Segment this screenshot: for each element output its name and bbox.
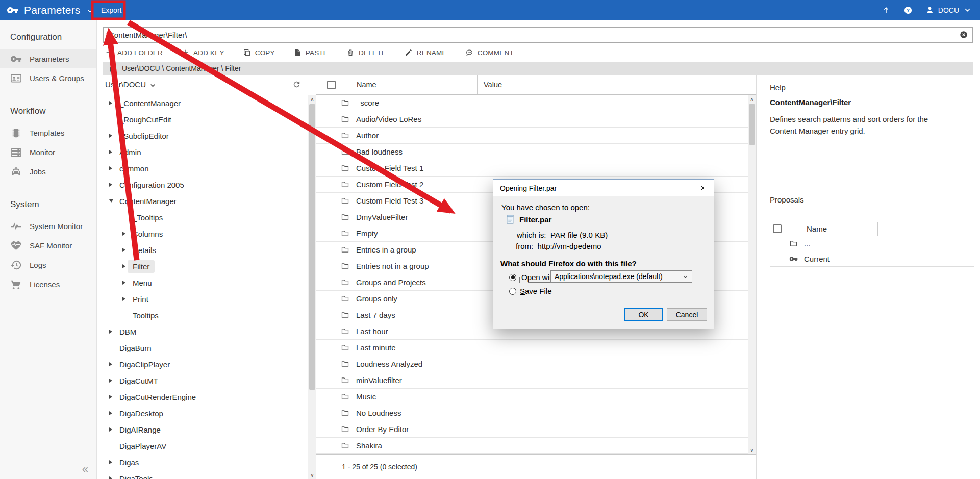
expander-icon[interactable] (109, 111, 119, 128)
expander-icon[interactable] (122, 225, 133, 242)
select-all-checkbox[interactable] (327, 81, 336, 89)
toolbar-button[interactable]: RENAME (405, 48, 447, 57)
tree-item[interactable]: Admin (97, 144, 308, 160)
tree-item[interactable]: DigaCutRenderEngine (97, 389, 308, 405)
export-button[interactable]: Export (98, 6, 124, 15)
help-icon[interactable]: ? (903, 6, 913, 15)
expander-icon[interactable] (109, 470, 119, 479)
table-row[interactable]: Audio/Video LoRes (316, 111, 748, 128)
tree-item[interactable]: DigaTools (97, 470, 308, 479)
table-row[interactable]: _score (316, 95, 748, 111)
open-with-select[interactable]: Applications\notepad.exe (default) (550, 270, 692, 283)
expander-icon[interactable] (122, 291, 133, 307)
tree-item[interactable]: _Tooltips (97, 209, 308, 225)
tree-item[interactable]: DBM (97, 323, 308, 340)
sidebar-item[interactable]: System Monitor (0, 216, 96, 236)
table-scrollbar[interactable] (748, 95, 756, 454)
save-file-radio[interactable] (509, 288, 516, 295)
tree-item[interactable]: ContentManager (97, 193, 308, 209)
save-file-label[interactable]: Save File (520, 287, 552, 295)
upload-icon[interactable] (882, 6, 891, 15)
table-row[interactable]: Custom Field Test 1 (316, 160, 748, 177)
sidebar-collapse-button[interactable] (82, 463, 88, 476)
tree-scope-selector[interactable]: User\DOCU (105, 80, 157, 89)
tree-item[interactable]: Menu (97, 274, 308, 291)
column-header-value[interactable]: Value (477, 75, 582, 94)
sidebar-item[interactable]: Logs (0, 255, 96, 274)
expander-icon[interactable] (109, 340, 119, 356)
expander-icon[interactable] (122, 274, 133, 291)
expander-icon[interactable] (122, 209, 133, 225)
toolbar-button[interactable]: PASTE (293, 48, 328, 57)
table-row[interactable]: Bad loudness (316, 144, 748, 160)
close-icon[interactable] (699, 184, 707, 192)
tree-item[interactable]: Print (97, 291, 308, 307)
sidebar-item[interactable]: Users & Groups (0, 68, 96, 88)
scrollbar-thumb[interactable] (309, 104, 315, 390)
toolbar-button[interactable]: ADD FOLDER (105, 48, 163, 57)
tree-item[interactable]: Tooltips (97, 307, 308, 323)
open-with-radio[interactable] (509, 274, 516, 281)
expander-icon[interactable] (122, 242, 133, 258)
expander-icon[interactable] (109, 405, 119, 421)
proposal-row[interactable]: ... (770, 236, 974, 251)
toolbar-button[interactable]: ADD KEY (181, 48, 224, 57)
expander-icon[interactable] (109, 128, 119, 144)
proposals-column-name[interactable]: Name (800, 222, 877, 236)
expander-icon[interactable] (109, 193, 119, 209)
expander-icon[interactable] (122, 307, 133, 323)
tree-item[interactable]: DigaPlayerAV (97, 438, 308, 454)
table-row[interactable]: Author (316, 128, 748, 144)
tree-item[interactable]: _ContentManager (97, 95, 308, 111)
scroll-down-icon[interactable] (308, 471, 316, 479)
expander-icon[interactable] (109, 454, 119, 470)
scrollbar-thumb[interactable] (749, 104, 755, 145)
tree-item[interactable]: DigaClipPlayer (97, 356, 308, 372)
tree-item[interactable]: _RoughCutEdit (97, 111, 308, 128)
sidebar-item[interactable]: Jobs (0, 162, 96, 181)
sidebar-item[interactable]: SAF Monitor (0, 236, 96, 255)
tree-item[interactable]: _SubclipEditor (97, 128, 308, 144)
expander-icon[interactable] (109, 356, 119, 372)
chevron-down-icon[interactable] (86, 5, 94, 15)
sidebar-item[interactable]: Monitor (0, 142, 96, 162)
refresh-icon[interactable] (292, 80, 301, 89)
expander-icon[interactable] (109, 421, 119, 438)
toolbar-button[interactable]: DELETE (346, 48, 386, 57)
tree-item[interactable]: Filter (97, 258, 308, 274)
table-row[interactable]: Loudness Analyzed (316, 356, 748, 372)
toolbar-button[interactable]: COMMENT (465, 48, 514, 57)
expander-icon[interactable] (109, 177, 119, 193)
table-row[interactable]: Order By Editor (316, 421, 748, 438)
search-input[interactable] (103, 27, 973, 43)
toolbar-button[interactable]: COPY (243, 48, 275, 57)
sidebar-item[interactable]: Licenses (0, 274, 96, 294)
expander-icon[interactable] (109, 389, 119, 405)
table-row[interactable]: No Loudness (316, 405, 748, 421)
table-row[interactable]: Last minute (316, 340, 748, 356)
tree-item[interactable]: DigAIRange (97, 421, 308, 438)
tree-item[interactable]: DigaCutMT (97, 372, 308, 389)
tree-item[interactable]: Columns (97, 225, 308, 242)
tree-item[interactable]: Digas (97, 454, 308, 470)
sidebar-item[interactable]: Parameters (0, 49, 96, 68)
tree-item[interactable]: DigaDesktop (97, 405, 308, 421)
expander-icon[interactable] (109, 160, 119, 177)
clear-icon[interactable] (959, 30, 968, 39)
tree-scrollbar[interactable] (308, 95, 316, 479)
table-row[interactable]: Music (316, 389, 748, 405)
table-row[interactable]: Shakira (316, 438, 748, 454)
tree-item[interactable]: common (97, 160, 308, 177)
proposals-select-all-checkbox[interactable] (773, 224, 782, 233)
expander-icon[interactable] (109, 95, 119, 111)
expander-icon[interactable] (109, 438, 119, 454)
scroll-up-icon[interactable] (748, 95, 756, 103)
cancel-button[interactable]: Cancel (667, 308, 707, 321)
user-menu[interactable]: DOCU (925, 6, 972, 14)
scroll-down-icon[interactable] (748, 446, 756, 454)
proposal-row[interactable]: Current (770, 251, 974, 267)
sidebar-item[interactable]: Templates (0, 123, 96, 142)
table-row[interactable]: minValuefilter (316, 372, 748, 389)
column-header-name[interactable]: Name (350, 75, 477, 94)
expander-icon[interactable] (109, 144, 119, 160)
